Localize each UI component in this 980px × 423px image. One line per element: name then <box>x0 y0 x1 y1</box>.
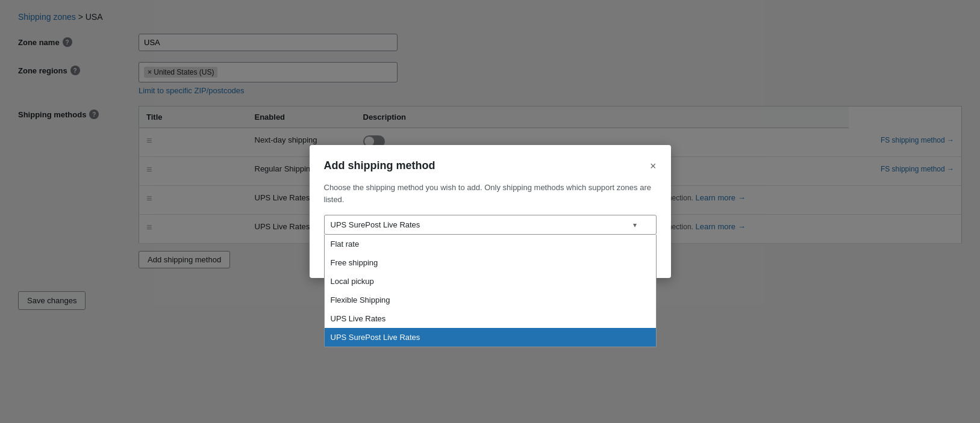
dropdown-option-ups_live_rates[interactable]: UPS Live Rates <box>325 309 656 322</box>
modal-description: Choose the shipping method you wish to a… <box>324 182 657 205</box>
add-shipping-modal: Add shipping method × Choose the shippin… <box>310 145 671 278</box>
dropdown-option-flat_rate[interactable]: Flat rate <box>325 235 656 253</box>
modal-header: Add shipping method × <box>324 159 657 172</box>
modal-title: Add shipping method <box>324 159 435 172</box>
shipping-method-dropdown: Flat rateFree shippingLocal pickupFlexib… <box>324 235 657 322</box>
select-value: UPS SurePost Live Rates <box>331 220 420 229</box>
modal-overlay: Add shipping method × Choose the shippin… <box>0 0 980 322</box>
dropdown-option-free_shipping[interactable]: Free shipping <box>325 253 656 272</box>
dropdown-option-local_pickup[interactable]: Local pickup <box>325 272 656 291</box>
dropdown-option-flexible_shipping[interactable]: Flexible Shipping <box>325 291 656 309</box>
shipping-method-select[interactable]: UPS SurePost Live Rates ▾ <box>324 215 657 235</box>
shipping-method-select-wrapper: UPS SurePost Live Rates ▾ Flat rateFree … <box>324 215 657 235</box>
chevron-down-icon: ▾ <box>633 221 637 229</box>
modal-close-button[interactable]: × <box>650 161 657 171</box>
